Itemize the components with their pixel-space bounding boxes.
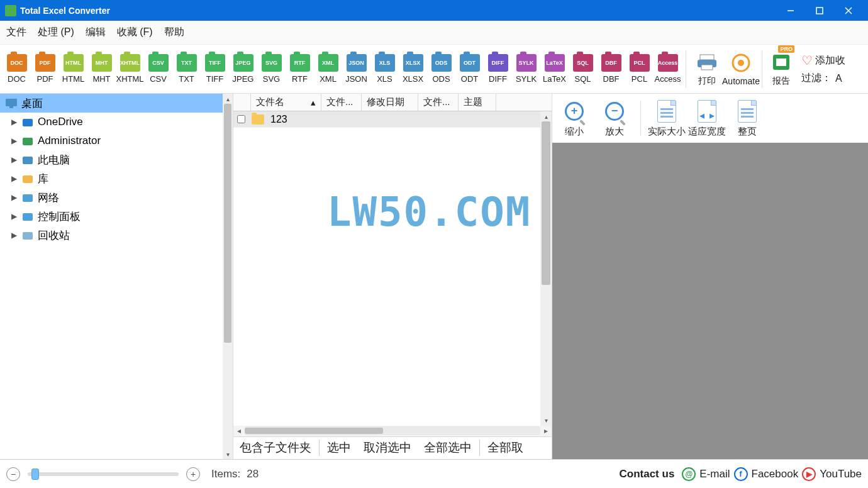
slider-thumb[interactable] — [31, 469, 39, 480]
report-button[interactable]: PRO 报告 — [766, 46, 796, 92]
expander-icon[interactable]: ▶ — [11, 118, 19, 126]
format-svg-button[interactable]: SVGSVG — [257, 46, 286, 92]
column-header-1[interactable]: 文件... — [321, 94, 362, 111]
print-button[interactable]: 打印 — [690, 46, 724, 92]
file-scrollbar[interactable]: ▴ ▾ — [540, 111, 552, 426]
menu-item-2[interactable]: 编辑 — [86, 26, 106, 39]
selection-button-3[interactable]: 全部选中 — [418, 437, 478, 458]
zoom-3-button[interactable]: ◂▸适应宽度 — [689, 99, 725, 138]
expander-icon[interactable]: ▶ — [11, 193, 19, 202]
format-xhtml-button[interactable]: XHTMLXHTML — [116, 46, 144, 92]
row-checkbox[interactable] — [237, 115, 245, 123]
scroll-down-arrow[interactable]: ▾ — [540, 416, 552, 426]
format-ods-button[interactable]: ODSODS — [427, 46, 455, 92]
tree-item-5[interactable]: ▶控制面板 — [0, 207, 223, 226]
format-xml-button[interactable]: XMLXML — [314, 46, 342, 92]
minimize-button[interactable] — [776, 0, 805, 21]
zoom-1-button[interactable]: −放大 — [596, 99, 633, 138]
selection-button-2[interactable]: 取消选中 — [357, 437, 418, 458]
selection-button-1[interactable]: 选中 — [321, 437, 357, 458]
format-pdf-button[interactable]: PDFPDF — [31, 46, 59, 92]
format-json-button[interactable]: JSONJSON — [342, 46, 370, 92]
menu-item-4[interactable]: 帮助 — [164, 26, 184, 39]
tree-item-2[interactable]: ▶此电脑 — [0, 150, 223, 169]
format-rtf-button[interactable]: RTFRTF — [286, 46, 314, 92]
expander-icon[interactable]: ▶ — [11, 231, 19, 240]
scroll-thumb[interactable] — [224, 104, 231, 343]
scroll-left-arrow[interactable]: ◂ — [233, 426, 245, 435]
close-button[interactable] — [834, 0, 863, 21]
selection-button-4[interactable]: 全部取 — [481, 437, 530, 458]
menu-item-1[interactable]: 处理 (P) — [38, 26, 74, 39]
scroll-thumb[interactable] — [542, 121, 550, 285]
column-header-4[interactable]: 主题 — [459, 94, 496, 111]
zoom-slider[interactable] — [28, 472, 179, 476]
youtube-icon[interactable]: ▶ — [802, 467, 816, 481]
tree-item-3[interactable]: ▶库 — [0, 169, 223, 188]
tree-item-desktop[interactable]: 桌面 — [0, 94, 223, 113]
zoom-2-button[interactable]: 实际大小 — [648, 99, 685, 138]
add-favorite-button[interactable]: ♡ 添加收 — [801, 53, 845, 68]
format-xls-button[interactable]: XLSXLS — [370, 46, 399, 92]
facebook-icon[interactable]: f — [734, 467, 748, 481]
format-doc-icon: DOC — [7, 54, 27, 72]
svg-rect-17 — [23, 194, 33, 202]
format-sylk-button[interactable]: SYLKSYLK — [512, 46, 540, 92]
format-doc-button[interactable]: DOCDOC — [3, 46, 31, 92]
scroll-down-arrow[interactable]: ▾ — [223, 449, 233, 459]
format-jpeg-button[interactable]: JPEGJPEG — [229, 46, 257, 92]
expander-icon[interactable]: ▶ — [11, 155, 19, 164]
tree-scrollbar[interactable]: ▴ ▾ — [223, 94, 233, 459]
automate-button[interactable]: Automate — [724, 46, 758, 92]
maximize-button[interactable] — [805, 0, 834, 21]
youtube-label[interactable]: YouTube — [820, 468, 862, 480]
facebook-label[interactable]: Facebook — [752, 468, 799, 480]
expander-icon[interactable]: ▶ — [11, 212, 19, 221]
user-icon — [21, 135, 34, 147]
tree-item-4[interactable]: ▶网络 — [0, 188, 223, 207]
format-diff-button[interactable]: DIFFDIFF — [484, 46, 512, 92]
tree-item-6[interactable]: ▶回收站 — [0, 226, 223, 245]
tree-item-0[interactable]: ▶OneDrive — [0, 113, 223, 131]
format-pcl-button[interactable]: PCLPCL — [625, 46, 654, 92]
format-latex-button[interactable]: LaTeXLaTeX — [540, 46, 569, 92]
horizontal-scrollbar[interactable]: ◂ ▸ — [233, 426, 552, 436]
format-csv-button[interactable]: CSVCSV — [144, 46, 172, 92]
column-header-3[interactable]: 文件... — [418, 94, 459, 111]
format-html-button[interactable]: HTMLHTML — [59, 46, 87, 92]
zoom-0-button[interactable]: +缩小 — [556, 99, 593, 138]
menu-item-0[interactable]: 文件 — [6, 26, 26, 39]
filter-value[interactable]: A — [835, 73, 842, 84]
format-odt-button[interactable]: ODTODT — [455, 46, 484, 92]
checkbox-column[interactable] — [233, 94, 251, 111]
format-mht-button[interactable]: MHTMHT — [87, 46, 116, 92]
zoom-out-button[interactable]: − — [6, 467, 20, 481]
zoom-4-button[interactable]: 整页 — [729, 99, 765, 138]
expander-icon[interactable]: ▶ — [11, 174, 19, 183]
scroll-thumb[interactable] — [245, 428, 383, 434]
format-xlsx-button[interactable]: XLSXXLSX — [399, 46, 427, 92]
format-txt-button[interactable]: TXTTXT — [172, 46, 201, 92]
tree-item-1[interactable]: ▶Administrator — [0, 131, 223, 150]
scroll-right-arrow[interactable]: ▸ — [540, 426, 552, 435]
file-list[interactable]: 123 — [233, 111, 540, 128]
email-label[interactable]: E-mail — [699, 468, 730, 480]
format-access-button[interactable]: AccessAccess — [654, 46, 682, 92]
format-sql-button[interactable]: SQLSQL — [569, 46, 597, 92]
print-label: 打印 — [698, 75, 716, 87]
format-dbf-button[interactable]: DBFDBF — [597, 46, 625, 92]
format-xls-icon: XLS — [375, 54, 395, 72]
column-header-2[interactable]: 修改日期 — [362, 94, 418, 111]
format-tiff-button[interactable]: TIFFTIFF — [201, 46, 229, 92]
email-icon[interactable]: @ — [682, 467, 696, 481]
menu-item-3[interactable]: 收藏 (F) — [117, 26, 153, 39]
folder-tree[interactable]: 桌面▶OneDrive▶Administrator▶此电脑▶库▶网络▶控制面板▶… — [0, 94, 223, 459]
scroll-up-arrow[interactable]: ▴ — [540, 111, 552, 121]
file-row[interactable]: 123 — [233, 111, 540, 128]
expander-icon[interactable]: ▶ — [11, 136, 19, 145]
filter-row: 过滤： A — [801, 72, 842, 85]
zoom-in-button[interactable]: + — [186, 467, 200, 481]
selection-button-0[interactable]: 包含子文件夹 — [233, 437, 318, 458]
column-header-0[interactable]: 文件名▴ — [251, 94, 321, 111]
scroll-up-arrow[interactable]: ▴ — [223, 94, 233, 104]
